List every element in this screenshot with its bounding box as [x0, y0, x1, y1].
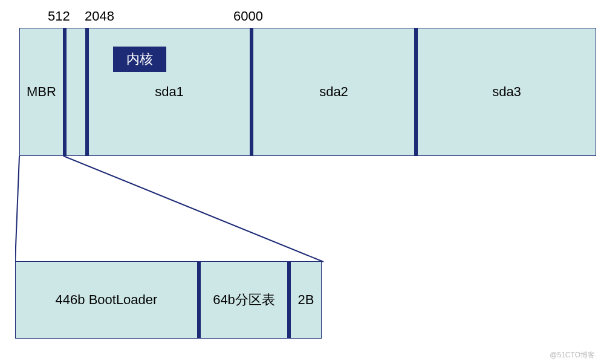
disk-block-label: sda1: [155, 84, 184, 100]
disk-block-sda3: sda3: [417, 28, 596, 156]
mbr-detail-row: 446b BootLoader 64b分区表 2B: [15, 261, 322, 339]
zoom-connector: [15, 156, 354, 268]
disk-block-mbr: MBR: [19, 28, 63, 156]
kernel-badge: 内核: [113, 47, 166, 72]
tick-512: 512: [48, 8, 70, 24]
mbr-partition-table: 64b分区表: [200, 261, 288, 339]
disk-block-gap: [66, 28, 86, 156]
svg-line-1: [63, 156, 323, 262]
mbr-signature: 2B: [290, 261, 322, 339]
mbr-part-label: 2B: [298, 292, 314, 308]
watermark: @51CTO博客: [550, 350, 595, 360]
mbr-part-label: 64b分区表: [213, 291, 275, 309]
disk-block-label: MBR: [27, 84, 56, 100]
disk-block-label: sda3: [492, 84, 521, 100]
tick-2048: 2048: [85, 8, 114, 24]
tick-6000: 6000: [233, 8, 263, 24]
svg-line-0: [15, 156, 19, 262]
disk-layout-row: MBR 内核 sda1 sda2 sda3: [19, 28, 596, 156]
disk-block-label: sda2: [319, 84, 348, 100]
disk-block-sda2: sda2: [253, 28, 415, 156]
disk-block-sda1: 内核 sda1: [88, 28, 250, 156]
mbr-bootloader: 446b BootLoader: [15, 261, 198, 339]
mbr-part-label: 446b BootLoader: [56, 292, 158, 308]
